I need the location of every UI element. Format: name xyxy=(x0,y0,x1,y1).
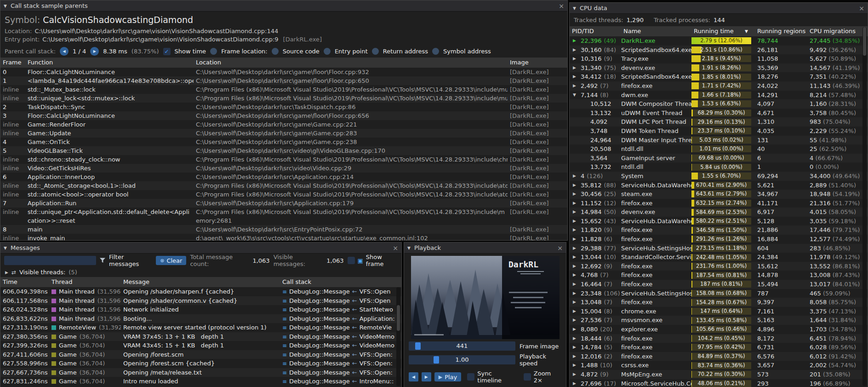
cpu-row[interactable]: 3,748DWM Token Thread23.37 ms (0.10%)4,0… xyxy=(570,127,868,136)
callstack-row[interactable]: inlinestd::unique_lock<std::mutex>::lock… xyxy=(0,94,567,103)
expand-icon[interactable]: ▶ xyxy=(573,253,578,262)
cpu-row[interactable]: ▶34,412(18)ScriptedSandbox64.exe1.85 s (… xyxy=(570,72,868,81)
cpu-row[interactable]: 4,092DWM LPC Port Thread29.16 ms (0.13%)… xyxy=(570,117,868,127)
expand-icon[interactable]: ▶ xyxy=(573,235,578,244)
cpu-row[interactable]: ▶10,316(9)Tracy.exe2.18 s (9.45%)11,0585… xyxy=(570,54,868,64)
callstack-row[interactable]: 2TaskDispatch::SyncC:\Users\wolf\Desktop… xyxy=(0,103,567,111)
messages-scrollbar[interactable] xyxy=(396,287,400,386)
callstack-row[interactable]: inlineGame::UpdateC:\Users\wolf\Desktop\… xyxy=(0,129,567,138)
next-parent-button[interactable]: ▶ xyxy=(90,47,99,56)
callstack-row[interactable]: 5VideoGLBase::TickC:\Users\wolf\Desktop\… xyxy=(0,146,567,155)
expand-icon[interactable]: ▶ xyxy=(573,81,578,91)
col-function[interactable]: Function xyxy=(25,58,194,68)
cpu-row[interactable]: ▶12,692(9)firefox.exe231.76 ms (1.00%)15… xyxy=(570,262,868,271)
radio-source-code[interactable] xyxy=(272,48,279,55)
cpu-row[interactable]: 3,564GameInput server69.68 us (0.00%)64 … xyxy=(570,154,868,163)
expand-icon[interactable]: ▶ xyxy=(573,225,578,235)
cpu-row[interactable]: ▶31,340(75)devenv.exe1.91 s (8.26%)35,36… xyxy=(570,64,868,73)
message-row[interactable]: 627,558,996nsGame(36,704)Opening /forest… xyxy=(0,359,401,368)
cpu-row[interactable]: 24,964DWM Master Input Threa5.03 ms (0.0… xyxy=(570,136,868,145)
cpu-row[interactable]: ▶29,388(77)ServiceHub.SettingsHost273.15… xyxy=(570,244,868,253)
expand-icon[interactable]: ▶ xyxy=(573,316,578,325)
message-callstack[interactable]: ≡DebugLog::Message←VFS::Open xyxy=(280,287,401,296)
cpu-row[interactable]: ▶27,696(17)Microsoft.ServiceHub.Co48.06 … xyxy=(570,379,868,387)
expand-icon[interactable]: ▶ xyxy=(573,46,578,55)
message-row[interactable]: 606,049,398nsMain thread(31,596)Opening … xyxy=(0,287,401,296)
message-filter-input[interactable] xyxy=(4,256,96,265)
cpu-row[interactable]: 13,132uDWM Event Thread68.29 ms (0.30%)4… xyxy=(570,109,868,118)
message-row[interactable]: 626,833,622nsMain thread(31,596)Booting.… xyxy=(0,314,401,323)
callstack-row[interactable]: 0Floor::CalcLightNoLuminanceC:\Users\wol… xyxy=(0,68,567,76)
expand-icon[interactable]: ▶ xyxy=(573,352,578,361)
cpu-row[interactable]: ▶14,984(50)devenv.exe584.69 ms (2.53%)6,… xyxy=(570,208,868,217)
expand-icon[interactable]: ▶ xyxy=(573,217,578,226)
col-cpu-migrations[interactable]: CPU migrations xyxy=(807,26,868,36)
message-row[interactable]: 627,380,356nsGame(36,704)VRAM 37x45: 13 … xyxy=(0,332,401,341)
expand-icon[interactable]: ▶ xyxy=(573,334,578,343)
cpu-row[interactable]: ▶15,004(8)chrome.exe147 ms (0.64%)7,1613… xyxy=(570,307,868,316)
cpu-row[interactable]: ▶11,828(6)firefox.exe291.26 ms (1.26%)16… xyxy=(570,235,868,244)
cpu-row[interactable]: ▶30,456(25)steam.exe643.61 ms (2.79%)34,… xyxy=(570,190,868,199)
expand-icon[interactable]: ▶ xyxy=(573,172,578,181)
radio-source-code-label[interactable]: Source code xyxy=(283,48,320,55)
expand-icon[interactable]: ▶ xyxy=(573,262,578,271)
cpu-titlebar[interactable]: ▼ CPU data × xyxy=(570,3,868,14)
message-callstack[interactable]: ≡DebugLog::Message←VFS::Open xyxy=(280,296,401,306)
sync-timeline-checkbox[interactable] xyxy=(467,373,474,381)
clear-button[interactable]: ⊗ Clear xyxy=(156,256,186,265)
col-message[interactable]: Message xyxy=(121,277,280,287)
cpu-row[interactable]: ▶1,488(10)csrss.exe83.74 ms (0.36%)3,657… xyxy=(570,361,868,370)
show-time-checkbox[interactable]: ✓ xyxy=(163,48,171,55)
expand-icon[interactable]: ▶ xyxy=(573,307,578,316)
message-row[interactable]: 627,313,190nsRemoteView(31,392)Remote vi… xyxy=(0,323,401,332)
expand-icon[interactable]: ▶ xyxy=(573,54,578,64)
expand-icon[interactable]: ▶ xyxy=(573,199,578,208)
col-running-regions[interactable]: Running regions xyxy=(755,26,807,36)
collapse-icon[interactable]: ▼ xyxy=(4,4,7,8)
callstack-row[interactable]: inlineGame::RenderFloorC:\Users\wolf\Des… xyxy=(0,120,567,129)
expand-icon[interactable]: ▶ xyxy=(573,64,578,73)
callstack-row[interactable]: inlinestd::_Atomic_storage<bool,1>::load… xyxy=(0,181,567,190)
cpu-scrollbar-thumb[interactable] xyxy=(863,27,866,56)
close-icon[interactable]: × xyxy=(859,5,864,12)
message-row[interactable]: 627,411,606nsGame(36,704)Opening /forest… xyxy=(0,350,401,359)
playback-titlebar[interactable]: ▼ Playback × xyxy=(404,243,566,254)
callstack-row[interactable]: 6Application::InnerLoopC:\Users\wolf\Des… xyxy=(0,173,567,181)
expand-icon[interactable]: ▶ xyxy=(573,72,578,81)
message-row[interactable]: 627,831,246nsGame(36,704)Intro menu load… xyxy=(0,377,401,386)
cpu-row[interactable]: ▶22,396(49)DarkRL.exe2.79 s (12.06%)78,7… xyxy=(570,36,868,46)
expand-icon[interactable]: ▶ xyxy=(573,343,578,352)
cpu-row[interactable]: ▶11,152(12)firefox.exe632.15 ms (2.74%)4… xyxy=(570,199,868,208)
cpu-row[interactable]: 10,512DWM Compositor Thread1.53 s (6.63%… xyxy=(570,99,868,109)
cpu-row[interactable]: ▶18,444(6)firefox.exe104.2 ms (0.45%)8,1… xyxy=(570,334,868,343)
cpu-row[interactable]: ▶15,652(43)ServiceHub.DataWarehou580.22 … xyxy=(570,217,868,226)
col-running-time[interactable]: Running time ▼ xyxy=(691,26,755,36)
col-thread[interactable]: Thread xyxy=(49,277,121,287)
col-name[interactable]: Name xyxy=(621,26,691,36)
callstack-row[interactable]: 3Floor::CalcLightNoLuminanceC:\Users\wol… xyxy=(0,111,567,120)
visible-threads-row[interactable]: ▶ ⇄ Visible threads: (5) xyxy=(0,267,401,277)
callstack-row[interactable]: 4Game::OnTickC:\Users\wolf\Desktop\darkr… xyxy=(0,138,567,146)
expand-icon[interactable]: ▶ xyxy=(573,370,578,379)
cpu-row[interactable]: ▶8,080(20)explorer.exe105.66 ms (0.46%)4… xyxy=(570,325,868,334)
cpu-row[interactable]: ▶12,016(2)firefox.exe84.89 ms (0.37%)6,5… xyxy=(570,352,868,361)
col-callstack[interactable]: Call stack xyxy=(280,277,401,287)
message-callstack[interactable]: ≡DebugLog::Message←RemoteVie xyxy=(280,323,401,332)
radio-entry-point-label[interactable]: Entry point xyxy=(335,48,368,55)
cpu-row[interactable]: ▶27,536(7)msvsmon.exe133.45 ms (0.58%)5,… xyxy=(570,316,868,325)
playback-speed-slider[interactable]: 1.00 xyxy=(409,355,515,364)
callstack-row[interactable]: 7Application::RunC:\Users\wolf\Desktop\d… xyxy=(0,199,567,208)
cpu-row[interactable]: ▶14,784(5)firefox.exe97.95 ms (0.42%)6,7… xyxy=(570,343,868,352)
cpu-row[interactable]: 13,732ntdll.dll5.84 us (0.00%)10 (0.00%) xyxy=(570,162,868,172)
collapse-icon[interactable]: ▼ xyxy=(573,6,576,11)
cpu-scrollbar[interactable] xyxy=(862,27,867,386)
callstack-row[interactable]: inlinestd::atomic<bool>::operator boolC:… xyxy=(0,190,567,199)
expand-icon[interactable]: ▶ xyxy=(573,361,578,370)
radio-entry-point[interactable] xyxy=(324,48,331,55)
message-callstack[interactable]: ≡DebugLog::Message←Application: xyxy=(280,314,401,323)
col-image[interactable]: Image xyxy=(508,58,567,68)
prev-parent-button[interactable]: ◀ xyxy=(60,47,69,56)
zoom-2x-checkbox[interactable] xyxy=(524,373,531,381)
radio-symbol-address-label[interactable]: Symbol address xyxy=(443,48,491,55)
expand-icon[interactable]: ▶ xyxy=(573,244,578,253)
